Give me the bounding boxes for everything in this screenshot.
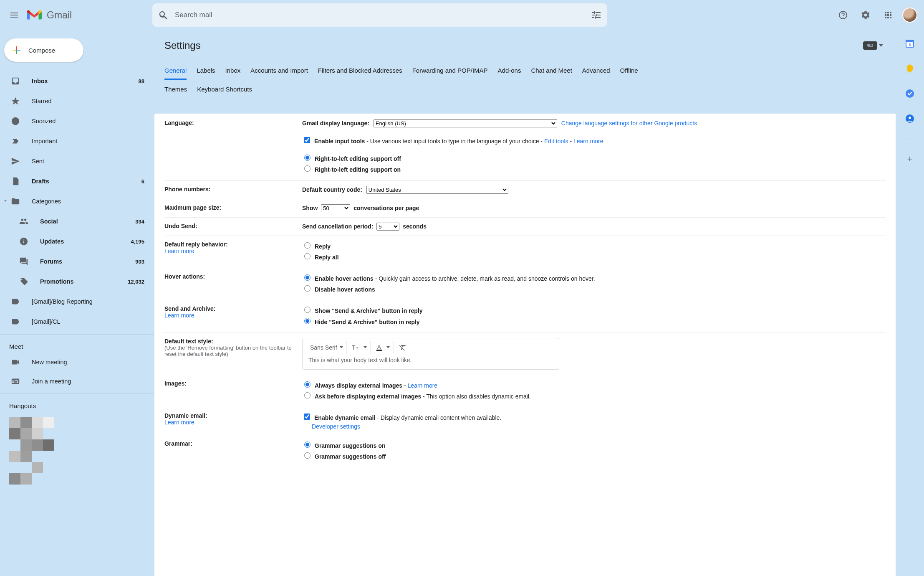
page-title: Settings (164, 40, 863, 51)
main-menu-button[interactable] (4, 5, 24, 25)
chevron-down-icon (386, 346, 390, 348)
country-code-label: Default country code: (302, 186, 362, 193)
tab-labels[interactable]: Labels (197, 61, 215, 80)
sidebar-item-snoozed[interactable]: Snoozed (0, 111, 154, 131)
tab-inbox[interactable]: Inbox (225, 61, 241, 80)
rtl-off-radio[interactable]: Right-to-left editing support off (302, 153, 886, 164)
sidebar-count: 903 (135, 259, 144, 265)
pagesize-select[interactable]: 50 (321, 204, 350, 212)
meet-label: New meeting (32, 359, 67, 365)
change-language-link[interactable]: Change language settings for other Googl… (561, 120, 697, 127)
dynamic-enable-checkbox[interactable]: Enable dynamic email - Display dynamic e… (302, 412, 886, 423)
calendar-addon-icon[interactable]: 3 (905, 38, 915, 48)
get-addons-button[interactable]: + (905, 154, 915, 164)
sidebar-item-important[interactable]: Important (0, 131, 154, 151)
edit-tools-link[interactable]: Edit tools (544, 138, 568, 145)
hover-disable-radio[interactable]: Disable hover actions (302, 284, 886, 295)
search-icon (158, 10, 168, 20)
apps-button[interactable] (880, 7, 896, 23)
hover-enable-radio[interactable]: Enable hover actions - Quickly gain acce… (302, 273, 886, 284)
sidebar-label: [Gmail]/CL (32, 318, 144, 325)
rtl-on-radio[interactable]: Right-to-left editing support on (302, 164, 886, 175)
grammar-on-radio[interactable]: Grammar suggestions on (302, 440, 886, 451)
compose-label: Compose (28, 47, 55, 54)
remove-formatting-button[interactable] (395, 341, 410, 354)
sendarchive-hide-radio[interactable]: Hide "Send & Archive" button in reply (302, 317, 886, 327)
gmail-logo[interactable]: Gmail (26, 9, 72, 21)
tab-add-ons[interactable]: Add-ons (498, 61, 521, 80)
search-options-icon[interactable] (591, 10, 601, 20)
folder-icon (11, 197, 20, 206)
sidebar-item-drafts[interactable]: Drafts 6 (0, 171, 154, 191)
support-button[interactable] (835, 7, 851, 23)
enable-input-tools-checkbox[interactable]: Enable input tools - Use various text in… (302, 136, 886, 147)
sendarchive-show-radio[interactable]: Show "Send & Archive" button in reply (302, 305, 886, 316)
clock-icon (11, 117, 20, 126)
sidebar-item-inbox[interactable]: Inbox 88 (0, 71, 154, 91)
tasks-addon-icon[interactable] (905, 89, 915, 99)
undo-select[interactable]: 5 (376, 223, 399, 231)
images-always-radio[interactable]: Always display external images - Learn m… (302, 380, 886, 391)
tab-offline[interactable]: Offline (620, 61, 638, 80)
sidebar-label-cl[interactable]: [Gmail]/CL (0, 312, 154, 332)
text-style-card: Sans Serif TT A (302, 338, 559, 370)
input-tools-learn-more-link[interactable]: Learn more (573, 138, 603, 145)
meet-new-meeting[interactable]: New meeting (0, 353, 154, 372)
meet-join-meeting[interactable]: Join a meeting (0, 372, 154, 391)
undo-lead: Send cancellation period: (302, 223, 373, 230)
setting-textstyle-label: Default text style: (164, 338, 213, 345)
compose-button[interactable]: Compose (4, 38, 83, 62)
keep-addon-icon[interactable] (905, 63, 915, 74)
search-bar[interactable] (152, 3, 607, 27)
tab-forwarding-and-pop-imap[interactable]: Forwarding and POP/IMAP (412, 61, 488, 80)
sidebar-item-starred[interactable]: Starred (0, 91, 154, 111)
developer-settings-link[interactable]: Developer settings (312, 423, 360, 430)
sidebar-cat-social[interactable]: Social 334 (0, 211, 154, 231)
tab-chat-and-meet[interactable]: Chat and Meet (531, 61, 572, 80)
setting-grammar-label: Grammar: (164, 440, 302, 462)
hangouts-contacts (0, 412, 154, 485)
tab-accounts-and-import[interactable]: Accounts and Import (250, 61, 308, 80)
hamburger-icon (9, 10, 19, 20)
star-icon (11, 96, 20, 106)
dynamic-learn-more-link[interactable]: Learn more (164, 419, 295, 426)
settings-button[interactable] (857, 7, 874, 23)
font-size-button[interactable]: TT (348, 341, 371, 354)
sendarchive-learn-more-link[interactable]: Learn more (164, 312, 295, 319)
tab-keyboard-shortcuts[interactable]: Keyboard Shortcuts (197, 80, 252, 99)
tab-filters-and-blocked-addresses[interactable]: Filters and Blocked Addresses (318, 61, 402, 80)
font-color-button[interactable]: A (372, 341, 394, 354)
setting-phone-label: Phone numbers: (164, 186, 302, 194)
grammar-off-radio[interactable]: Grammar suggestions off (302, 451, 886, 462)
language-select[interactable]: English (US) (374, 119, 557, 127)
reply-radio[interactable]: Reply (302, 241, 886, 252)
sidebar-label: Sent (32, 158, 144, 165)
font-family-button[interactable]: Sans Serif (307, 341, 347, 354)
video-icon (11, 358, 20, 367)
sidebar-item-sent[interactable]: Sent (0, 151, 154, 171)
search-input[interactable] (174, 10, 591, 20)
sidebar-cat-promotions[interactable]: Promotions 12,032 (0, 272, 154, 292)
sidebar-cat-updates[interactable]: Updates 4,195 (0, 231, 154, 251)
sidebar-cat-forums[interactable]: Forums 903 (0, 251, 154, 272)
sidebar-label-blogrep[interactable]: [Gmail]/Blog Reporting (0, 292, 154, 312)
contacts-addon-icon[interactable] (905, 114, 915, 124)
account-avatar[interactable] (902, 8, 917, 23)
images-learn-more-link[interactable]: Learn more (408, 382, 438, 389)
tab-themes[interactable]: Themes (164, 80, 187, 99)
images-ask-radio[interactable]: Ask before displaying external images - … (302, 391, 886, 402)
info-icon (19, 237, 28, 246)
tab-advanced[interactable]: Advanced (582, 61, 610, 80)
svg-rect-19 (869, 45, 870, 46)
svg-rect-15 (871, 44, 871, 45)
sidebar-item-categories[interactable]: Categories (0, 191, 154, 211)
meet-label: Join a meeting (32, 378, 71, 385)
input-method-selector[interactable] (863, 41, 883, 50)
tab-general[interactable]: General (164, 61, 187, 80)
svg-rect-0 (16, 46, 17, 50)
reply-learn-more-link[interactable]: Learn more (164, 248, 295, 254)
svg-text:T: T (352, 344, 356, 351)
reply-all-radio[interactable]: Reply all (302, 252, 886, 263)
country-code-select[interactable]: United States (366, 186, 508, 194)
svg-text:3: 3 (909, 43, 911, 47)
